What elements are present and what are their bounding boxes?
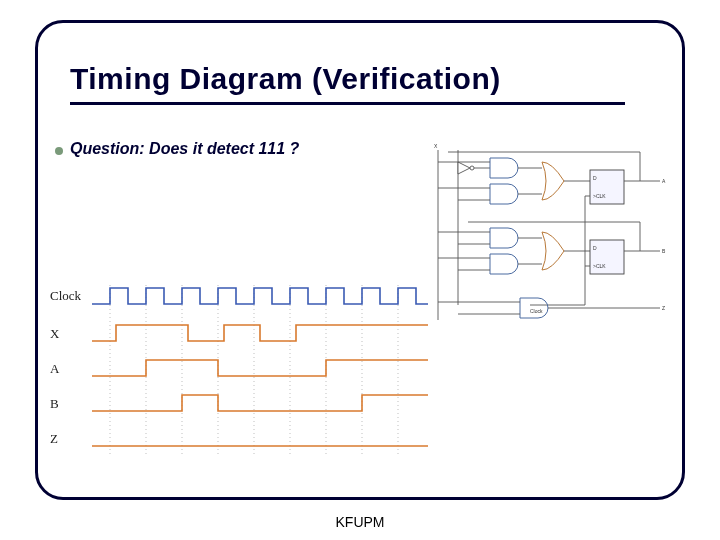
- signal-label-z: Z: [50, 431, 58, 446]
- x-waveform: [92, 325, 428, 341]
- and-gate-icon: [490, 184, 518, 204]
- timing-gridlines: [110, 285, 398, 455]
- slide-title: Timing Diagram (Verification): [70, 62, 501, 96]
- title-underline: [70, 102, 625, 105]
- question-text: Question: Does it detect 111 ?: [70, 140, 299, 158]
- signal-label-clock: Clock: [50, 288, 82, 303]
- ff-d-label: D: [593, 175, 597, 181]
- signal-label-a: A: [50, 361, 60, 376]
- inverter-icon: [458, 162, 474, 174]
- clock-label: Clock: [530, 308, 543, 314]
- svg-point-11: [470, 166, 474, 170]
- signal-label-b: B: [50, 396, 59, 411]
- or-gate-icon: [542, 162, 564, 200]
- ff-clk-label: >CLK: [593, 193, 606, 199]
- a-waveform: [92, 360, 428, 376]
- clock-waveform: [92, 288, 428, 304]
- bullet-icon: [55, 147, 63, 155]
- timing-diagram: Clock X A B Z: [50, 280, 430, 470]
- circuit-diagram: X D >CLK A D >CLK B: [430, 140, 682, 340]
- output-b-label: B: [662, 248, 666, 254]
- footer-text: KFUPM: [0, 514, 720, 530]
- input-x-label: X: [434, 143, 438, 149]
- ff-clk-label: >CLK: [593, 263, 606, 269]
- and-gate-icon: [490, 254, 518, 274]
- output-z-label: Z: [662, 305, 665, 311]
- ff-d-label: D: [593, 245, 597, 251]
- b-waveform: [92, 395, 428, 411]
- and-gate-icon: [490, 228, 518, 248]
- or-gate-icon: [542, 232, 564, 270]
- signal-label-x: X: [50, 326, 60, 341]
- and-gate-icon: [490, 158, 518, 178]
- output-a-label: A: [662, 178, 666, 184]
